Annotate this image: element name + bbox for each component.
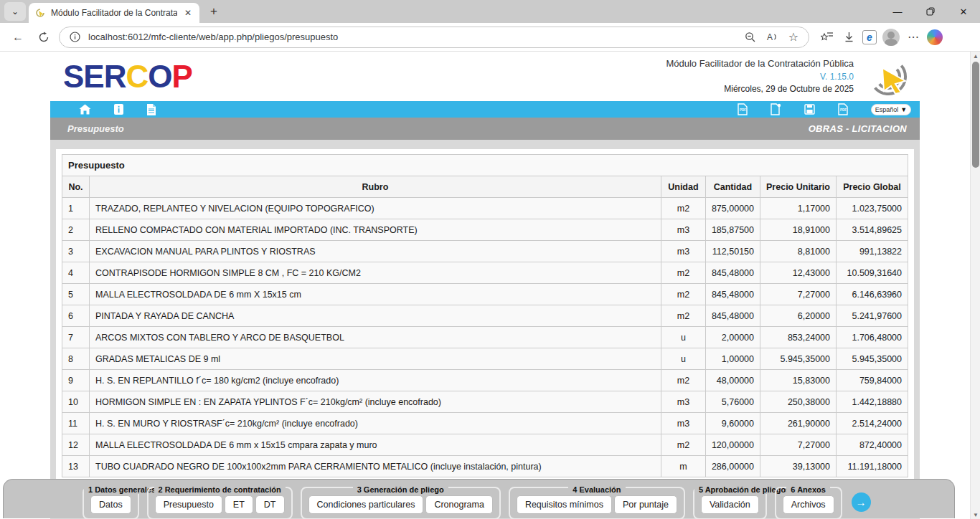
table-row: 9H. S. EN REPLANTILLO f´c= 180 kg/cm2 (i… — [62, 370, 908, 391]
cell-no: 1 — [62, 198, 90, 219]
nav-button-dt[interactable]: DT — [255, 495, 285, 514]
cell-cantidad: 845,48000 — [705, 262, 760, 284]
read-aloud-icon[interactable]: A — [764, 29, 780, 45]
section-label: 1 Datos generales — [84, 482, 138, 495]
save-icon[interactable] — [804, 104, 815, 115]
nav-button-datos[interactable]: Datos — [90, 495, 131, 514]
next-step-button[interactable]: → — [852, 492, 871, 512]
page-title: Presupuesto — [67, 123, 124, 134]
home-icon[interactable] — [79, 104, 91, 115]
cell-precio-unitario: 39,13000 — [760, 456, 837, 477]
nav-button-requisitos-mínimos[interactable]: Requisitos mínimos — [517, 495, 612, 514]
zoom-out-icon[interactable] — [743, 29, 758, 45]
nav-button-condiciones-particulares[interactable]: Condiciones particulares — [308, 495, 424, 514]
nav-button-cronograma[interactable]: Cronograma — [425, 495, 492, 514]
cell-precio-global: 5.945,35000 — [837, 348, 908, 370]
nav-button-por-puntaje[interactable]: Por puntaje — [614, 495, 677, 514]
scroll-down-icon[interactable]: ▼ — [971, 510, 980, 519]
cell-no: 6 — [62, 305, 90, 327]
cell-precio-unitario: 7,27000 — [760, 434, 837, 456]
favorite-star-icon[interactable]: ☆ — [786, 29, 801, 45]
cell-no: 3 — [62, 241, 90, 262]
svg-text:A: A — [767, 32, 773, 42]
tab-title: Módulo Facilitador de la Contrata — [51, 8, 177, 18]
cell-cantidad: 875,00000 — [705, 198, 760, 219]
site-info-icon[interactable] — [67, 29, 83, 45]
downloads-icon[interactable] — [841, 29, 857, 45]
logo-text: SER — [63, 59, 126, 94]
cell-cantidad: 5,76000 — [705, 391, 760, 413]
profile-avatar[interactable] — [882, 29, 900, 46]
cell-no: 13 — [62, 456, 90, 477]
tab-close-icon[interactable]: ✕ — [182, 8, 194, 18]
cell-unidad: m2 — [661, 305, 705, 327]
refresh-icon[interactable] — [33, 27, 55, 48]
cell-cantidad: 48,00000 — [705, 370, 760, 391]
nav-button-presupuesto[interactable]: Presupuesto — [155, 495, 222, 514]
cell-unidad: m — [661, 456, 705, 477]
cell-rubro: GRADAS METALICAS DE 9 ml — [90, 348, 661, 370]
window-close-button[interactable]: ✕ — [947, 0, 980, 23]
cell-precio-unitario: 853,24000 — [760, 327, 837, 348]
cell-precio-global: 1.442,18880 — [837, 391, 908, 413]
scroll-up-icon[interactable]: ▲ — [971, 52, 980, 60]
cell-rubro: HORMIGON SIMPLE EN : EN ZAPATA YPLINTOS … — [90, 391, 661, 413]
cell-precio-global: 10.509,31640 — [837, 262, 908, 284]
cell-rubro: EXCAVACION MANUAL PARA PLINTOS Y RIOSTRA… — [90, 241, 661, 262]
cell-precio-global: 6.146,63960 — [837, 284, 908, 305]
cell-cantidad: 2,00000 — [705, 327, 760, 348]
cell-precio-unitario: 15,83000 — [760, 370, 837, 391]
cell-cantidad: 9,60000 — [705, 413, 760, 434]
nav-button-archivos[interactable]: Archivos — [783, 495, 834, 514]
cell-no: 9 — [62, 370, 90, 391]
scrollbar-thumb[interactable] — [972, 62, 979, 168]
tab-search-button[interactable]: ⌄ — [4, 2, 26, 21]
language-select[interactable]: Español ▼ — [871, 104, 911, 115]
svg-text:PDF: PDF — [740, 108, 746, 112]
back-icon[interactable]: ← — [7, 27, 29, 48]
nav-button-validación[interactable]: Validación — [701, 495, 759, 514]
cell-precio-unitario: 7,27000 — [760, 284, 837, 305]
url-text[interactable]: localhost:6012/mfc-cliente/web/app.php/p… — [88, 32, 737, 42]
pdf-file-icon[interactable]: PDF — [838, 103, 848, 115]
cell-unidad: m2 — [661, 284, 705, 305]
cell-no: 10 — [62, 391, 90, 413]
address-bar[interactable]: localhost:6012/mfc-cliente/web/app.php/p… — [59, 27, 809, 48]
cell-cantidad: 120,00000 — [705, 434, 760, 456]
window-minimize-button[interactable]: — — [881, 0, 914, 23]
cell-rubro: TUBO CUADRADO NEGRO DE 100x100x2mm PARA … — [90, 456, 661, 477]
collections-icon[interactable] — [819, 29, 835, 45]
info-icon[interactable] — [114, 104, 123, 115]
table-row: 12MALLA ELECTROSOLDADA DE 6 mm x 15x15 c… — [62, 434, 908, 456]
browser-tab[interactable]: Módulo Facilitador de la Contrata ✕ — [29, 3, 199, 23]
app-title: Módulo Facilitador de la Contratación Pú… — [666, 57, 854, 71]
document-icon[interactable] — [146, 104, 156, 115]
new-document-icon[interactable] — [771, 103, 781, 115]
section-5: 5 Aprobación de pliegosValidación — [693, 487, 767, 519]
settings-more-icon[interactable]: ⋯ — [905, 29, 921, 45]
cell-rubro: MALLA ELECTROSOLDADA DE 6 mm X 15x15 cm — [90, 284, 661, 305]
cell-cantidad: 112,50150 — [705, 241, 760, 262]
cell-unidad: m3 — [661, 219, 705, 241]
column-header-cantidad: Cantidad — [705, 176, 760, 198]
section-4: 4 EvaluaciónRequisitos mínimosPor puntaj… — [509, 487, 685, 519]
ie-mode-icon[interactable]: e — [862, 30, 877, 44]
cell-no: 5 — [62, 284, 90, 305]
table-row: 2RELLENO COMPACTADO CON MATERIAL IMPORTA… — [62, 219, 908, 241]
section-3: 3 Generación de pliegoCondiciones partic… — [301, 487, 501, 519]
table-header-row: No.RubroUnidadCantidadPrecio UnitarioPre… — [62, 176, 908, 198]
section-label: 5 Aprobación de pliegos — [694, 482, 765, 495]
window-restore-button[interactable] — [914, 0, 947, 23]
nav-button-et[interactable]: ET — [225, 495, 253, 514]
table-title: Presupuesto — [62, 155, 908, 176]
app-version: V. 1.15.0 — [666, 71, 854, 83]
cell-unidad: m2 — [661, 370, 705, 391]
process-type-label: OBRAS - LICITACION — [809, 123, 907, 134]
new-tab-button[interactable]: + — [204, 2, 224, 21]
copilot-icon[interactable] — [927, 29, 943, 45]
pdf-file-icon[interactable]: PDF — [738, 103, 748, 115]
content-area: Presupuesto No.RubroUnidadCantidadPrecio… — [50, 140, 920, 519]
vertical-scrollbar[interactable]: ▲ ▼ — [970, 52, 980, 519]
column-header-rubro: Rubro — [90, 176, 661, 198]
cell-no: 4 — [62, 262, 90, 284]
